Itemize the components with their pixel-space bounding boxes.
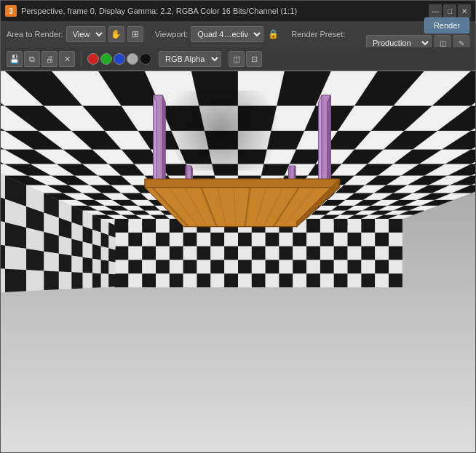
render-preset-group: Render Preset: — [291, 30, 345, 39]
viewport-label: Viewport: — [155, 30, 189, 39]
area-select[interactable]: View — [66, 26, 106, 42]
red-channel-dot[interactable] — [87, 53, 99, 65]
alpha-channel-dot[interactable] — [127, 53, 138, 65]
clone-icon[interactable]: ⧉ — [24, 51, 40, 67]
render-canvas — [1, 71, 475, 452]
color-dots — [87, 53, 151, 65]
area-to-render-group: Area to Render: View ✋ ⊞ — [7, 26, 143, 42]
viewport-group: Viewport: Quad 4…ective 🔒 — [155, 26, 280, 42]
minimize-button[interactable]: — — [429, 4, 442, 17]
lock-icon: 🔒 — [266, 28, 279, 41]
main-window: 3 Perspective, frame 0, Display Gamma: 2… — [0, 0, 476, 453]
viewport-select[interactable]: Quad 4…ective — [191, 26, 263, 42]
render-preset-label: Render Preset: — [291, 30, 345, 39]
maximize-view-icon[interactable]: ⊞ — [127, 26, 143, 42]
clear-icon[interactable]: ✕ — [59, 51, 75, 67]
app-icon: 3 — [5, 5, 17, 17]
black-dot[interactable] — [140, 53, 151, 65]
blue-channel-dot[interactable] — [114, 53, 125, 65]
scene-container — [1, 71, 475, 452]
maximize-button[interactable]: □ — [443, 4, 456, 17]
separator-1 — [81, 52, 82, 66]
render-button[interactable]: Render — [424, 17, 469, 33]
pan-icon[interactable]: ✋ — [108, 26, 124, 42]
window-controls: — □ ✕ — [429, 4, 471, 17]
lut-icon[interactable]: ◫ — [229, 51, 245, 67]
save-icon[interactable]: 💾 — [7, 51, 23, 67]
file-icons: 💾 ⧉ 🖨 ✕ — [7, 51, 75, 67]
top-toolbar: Area to Render: View ✋ ⊞ Viewport: Quad … — [1, 21, 475, 47]
close-button[interactable]: ✕ — [458, 4, 471, 17]
print-icon[interactable]: 🖨 — [41, 51, 57, 67]
window-title: Perspective, frame 0, Display Gamma: 2.2… — [21, 7, 429, 15]
green-channel-dot[interactable] — [100, 53, 112, 65]
display-icons: ◫ ⊡ — [229, 51, 262, 67]
channel-select[interactable]: RGB Alpha — [159, 51, 221, 67]
rendered-image — [1, 71, 475, 452]
display-settings-icon[interactable]: ⊡ — [246, 51, 262, 67]
area-label: Area to Render: — [7, 30, 63, 39]
bottom-toolbar: 💾 ⧉ 🖨 ✕ RGB Alpha ◫ ⊡ — [1, 47, 475, 71]
render-right: Render Production ◫ ✎ — [366, 17, 469, 51]
